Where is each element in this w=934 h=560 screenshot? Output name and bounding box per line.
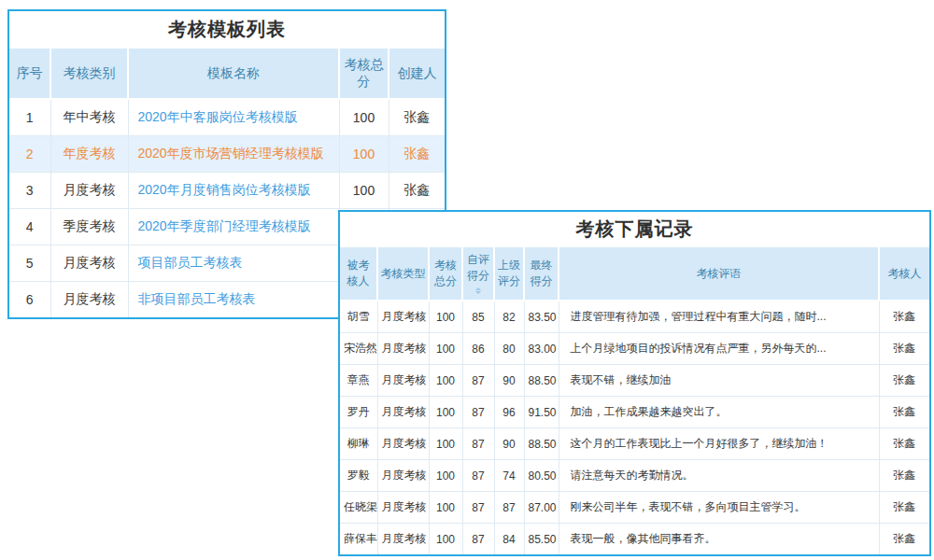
- self-score-label: 自评得分: [465, 252, 491, 284]
- cell-assessor: 张鑫: [879, 397, 929, 428]
- cell-creator: 张鑫: [389, 173, 445, 209]
- cell-assess-type: 月度考核: [377, 301, 429, 333]
- cell-final-score: 88.50: [524, 428, 559, 460]
- cell-final-score: 87.00: [524, 492, 559, 524]
- cell-self-score: 87: [462, 428, 494, 460]
- cell-template-name: 项目部员工考核表: [128, 245, 339, 282]
- template-name-link[interactable]: 2020年月度销售岗位考核模版: [138, 182, 311, 197]
- cell-no: 5: [9, 245, 50, 282]
- cell-final-score: 91.50: [524, 397, 559, 428]
- column-header-assessee: 被考核人: [340, 246, 377, 301]
- cell-assessee: 宋浩然: [340, 333, 377, 365]
- cell-final-score: 88.50: [524, 365, 559, 397]
- record-table-row: 章燕 月度考核 100 87 90 88.50 表现不错，继续加油 张鑫: [340, 365, 929, 397]
- cell-superior-score: 90: [494, 428, 524, 460]
- cell-assessee: 罗丹: [340, 397, 377, 428]
- cell-total-score: 100: [429, 333, 462, 365]
- cell-assessee: 薛保丰: [340, 524, 377, 555]
- cell-comment: 上个月绿地项目的投诉情况有点严重，另外每天的...: [559, 333, 879, 365]
- cell-total-score: 100: [429, 428, 462, 460]
- cell-assessee: 任晓渠: [340, 492, 377, 524]
- cell-superior-score: 90: [494, 365, 524, 397]
- cell-self-score: 87: [462, 492, 494, 524]
- cell-total-score: 100: [429, 524, 462, 555]
- template-name-link[interactable]: 非项目部员工考核表: [138, 291, 256, 306]
- cell-no: 1: [9, 99, 50, 136]
- cell-superior-score: 87: [494, 492, 524, 524]
- sort-icon[interactable]: [475, 285, 481, 295]
- cell-category: 月度考核: [50, 245, 128, 282]
- cell-assess-type: 月度考核: [377, 492, 429, 524]
- cell-final-score: 83.50: [524, 301, 559, 333]
- cell-self-score: 87: [462, 460, 494, 492]
- cell-comment: 请注意每天的考勤情况。: [559, 460, 879, 492]
- cell-total-score: 100: [339, 136, 389, 173]
- cell-total-score: 100: [429, 365, 462, 397]
- cell-assessee: 胡雪: [340, 301, 377, 333]
- column-header-comment: 考核评语: [559, 246, 879, 301]
- cell-assess-type: 月度考核: [377, 397, 429, 428]
- cell-total-score: 100: [429, 301, 462, 333]
- cell-template-name: 2020年中客服岗位考核模版: [128, 99, 339, 136]
- template-name-link[interactable]: 2020年季度部门经理考核模版: [138, 218, 311, 233]
- cell-category: 年中考核: [50, 99, 128, 136]
- cell-comment: 这个月的工作表现比上一个月好很多了，继续加油！: [559, 428, 879, 460]
- column-header-total-score: 考核总分: [429, 246, 462, 301]
- column-header-final-score: 最终得分: [524, 246, 559, 301]
- cell-comment: 刚来公司半年，表现不错，多向项目主管学习。: [559, 492, 879, 524]
- cell-assessor: 张鑫: [879, 365, 929, 397]
- cell-assessor: 张鑫: [879, 460, 929, 492]
- cell-assessor: 张鑫: [879, 492, 929, 524]
- cell-assess-type: 月度考核: [377, 365, 429, 397]
- record-table-row: 胡雪 月度考核 100 85 82 83.50 进度管理有待加强，管理过程中有重…: [340, 301, 929, 333]
- template-name-link[interactable]: 2020年中客服岗位考核模版: [138, 109, 298, 124]
- cell-superior-score: 82: [494, 301, 524, 333]
- cell-no: 2: [9, 136, 50, 173]
- column-header-assess-type: 考核类型: [377, 246, 429, 301]
- cell-total-score: 100: [339, 173, 389, 209]
- cell-comment: 进度管理有待加强，管理过程中有重大问题，随时...: [559, 301, 879, 333]
- cell-category: 月度考核: [50, 282, 128, 318]
- cell-comment: 加油，工作成果越来越突出了。: [559, 397, 879, 428]
- cell-superior-score: 80: [494, 333, 524, 365]
- cell-total-score: 100: [429, 492, 462, 524]
- cell-self-score: 85: [462, 301, 494, 333]
- record-table: 被考核人 考核类型 考核总分 自评得分 上级评分 最终得分 考核评语 考核人 胡…: [340, 245, 929, 554]
- column-header-superior-score: 上级评分: [494, 246, 524, 301]
- cell-creator: 张鑫: [389, 99, 445, 136]
- cell-total-score: 100: [429, 397, 462, 428]
- cell-template-name: 2020年月度销售岗位考核模版: [128, 173, 339, 209]
- cell-no: 3: [9, 173, 50, 209]
- record-table-row: 罗毅 月度考核 100 87 74 80.50 请注意每天的考勤情况。 张鑫: [340, 460, 929, 492]
- cell-superior-score: 74: [494, 460, 524, 492]
- cell-final-score: 80.50: [524, 460, 559, 492]
- template-table-row[interactable]: 1 年中考核 2020年中客服岗位考核模版 100 张鑫: [9, 99, 445, 136]
- record-table-panel: 考核下属记录 被考核人 考核类型 考核总分 自评得分 上级评分 最终得分 考核评…: [338, 210, 931, 556]
- record-table-row: 任晓渠 月度考核 100 87 87 87.00 刚来公司半年，表现不错，多向项…: [340, 492, 929, 524]
- column-header-category: 考核类别: [50, 48, 128, 99]
- cell-template-name: 非项目部员工考核表: [128, 282, 339, 318]
- record-table-row: 宋浩然 月度考核 100 86 80 83.00 上个月绿地项目的投诉情况有点严…: [340, 333, 929, 365]
- template-name-link[interactable]: 项目部员工考核表: [138, 255, 243, 270]
- cell-assessor: 张鑫: [879, 301, 929, 333]
- cell-comment: 表现一般，像其他同事看齐。: [559, 524, 879, 555]
- cell-assessee: 柳琳: [340, 428, 377, 460]
- column-header-creator: 创建人: [389, 48, 445, 99]
- column-header-self-score[interactable]: 自评得分: [462, 246, 494, 301]
- cell-category: 年度考核: [50, 136, 128, 173]
- cell-template-name: 2020年季度部门经理考核模版: [128, 209, 339, 245]
- record-table-header-row: 被考核人 考核类型 考核总分 自评得分 上级评分 最终得分 考核评语 考核人: [340, 246, 929, 301]
- cell-assessor: 张鑫: [879, 428, 929, 460]
- cell-assess-type: 月度考核: [377, 524, 429, 555]
- template-table-row[interactable]: 3 月度考核 2020年月度销售岗位考核模版 100 张鑫: [9, 173, 445, 209]
- cell-final-score: 85.50: [524, 524, 559, 555]
- cell-category: 月度考核: [50, 173, 128, 209]
- cell-assessee: 罗毅: [340, 460, 377, 492]
- cell-comment: 表现不错，继续加油: [559, 365, 879, 397]
- template-name-link[interactable]: 2020年度市场营销经理考核模版: [138, 146, 324, 161]
- template-table-row[interactable]: 2 年度考核 2020年度市场营销经理考核模版 100 张鑫: [9, 136, 445, 173]
- cell-template-name: 2020年度市场营销经理考核模版: [128, 136, 339, 173]
- column-header-template-name: 模板名称: [128, 48, 339, 99]
- cell-self-score: 87: [462, 524, 494, 555]
- cell-assess-type: 月度考核: [377, 428, 429, 460]
